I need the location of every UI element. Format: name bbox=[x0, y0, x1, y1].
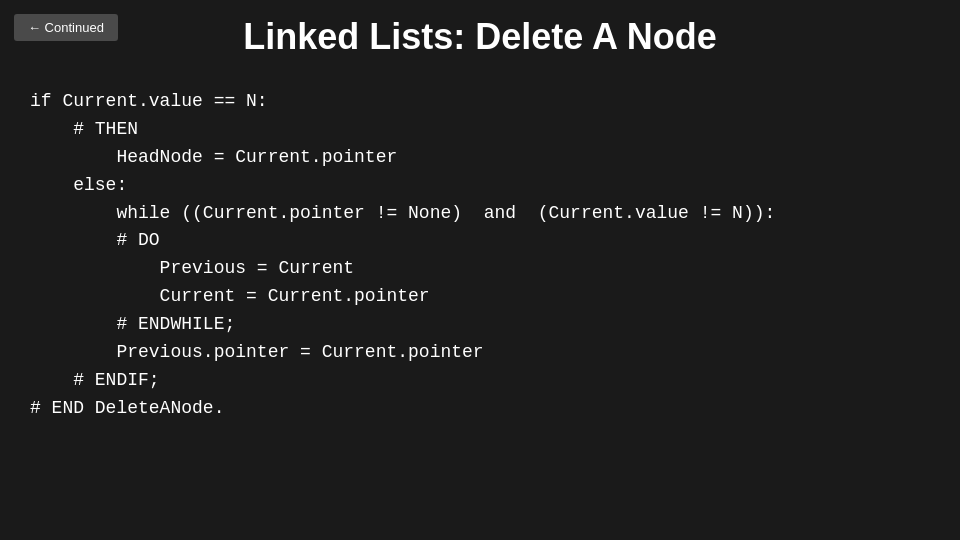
back-button[interactable]: ← Continued bbox=[14, 14, 118, 41]
code-line: # DO bbox=[30, 227, 960, 255]
code-line: # END DeleteANode. bbox=[30, 395, 960, 423]
code-block: if Current.value == N: # THEN HeadNode =… bbox=[0, 78, 960, 423]
code-line: # ENDIF; bbox=[30, 367, 960, 395]
code-line: Current = Current.pointer bbox=[30, 283, 960, 311]
page-title: Linked Lists: Delete A Node bbox=[0, 0, 960, 58]
code-line: if Current.value == N: bbox=[30, 88, 960, 116]
code-line: Previous.pointer = Current.pointer bbox=[30, 339, 960, 367]
code-line: else: bbox=[30, 172, 960, 200]
code-line: while ((Current.pointer != None) and (Cu… bbox=[30, 200, 960, 228]
code-line: # THEN bbox=[30, 116, 960, 144]
code-line: HeadNode = Current.pointer bbox=[30, 144, 960, 172]
code-line: # ENDWHILE; bbox=[30, 311, 960, 339]
code-line: Previous = Current bbox=[30, 255, 960, 283]
